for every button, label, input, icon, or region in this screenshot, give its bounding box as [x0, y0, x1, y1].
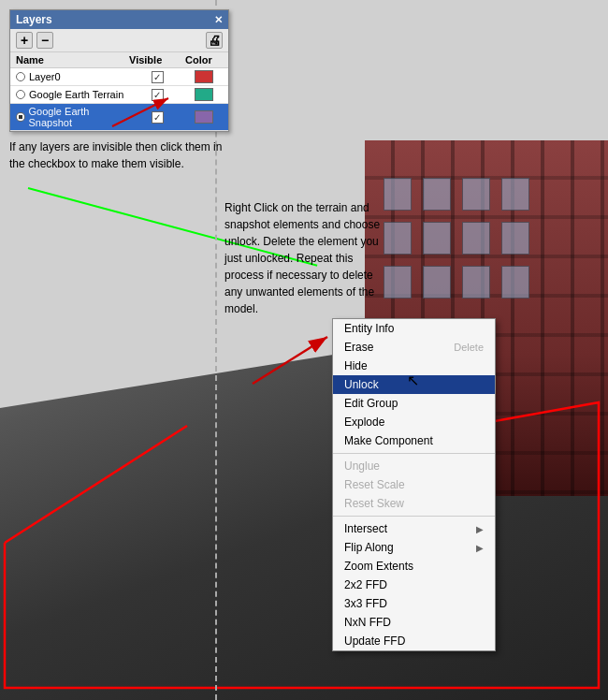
menu-label-unglue: Unglue — [344, 459, 380, 473]
layer-checkbox-snapshot[interactable] — [152, 111, 164, 124]
menu-label-2x2-ffd: 2x2 FFD — [344, 578, 387, 591]
menu-item-update-ffd[interactable]: Update FFD — [333, 632, 495, 650]
menu-label-nxn-ffd: NxN FFD — [344, 616, 391, 629]
window — [501, 266, 529, 299]
menu-label-reset-skew: Reset Skew — [344, 497, 404, 510]
window — [462, 266, 490, 299]
layer-name-terrain: Google Earth Terrain — [16, 89, 129, 100]
instruction-box-1: If any layers are invisible then click t… — [9, 139, 224, 172]
window — [423, 266, 451, 299]
menu-label-explode: Explode — [344, 416, 384, 429]
menu-item-unglue: Unglue — [333, 457, 495, 475]
column-color-header: Color — [185, 54, 223, 66]
layer-row-layer0[interactable]: Layer0 — [10, 68, 228, 86]
layer-radio-terrain[interactable] — [16, 90, 25, 99]
menu-item-2x2-ffd[interactable]: 2x2 FFD — [333, 576, 495, 594]
layers-panel: Layers ✕ + − 🖨 Name Visible Color Layer0 — [9, 9, 229, 132]
menu-item-make-component[interactable]: Make Component — [333, 431, 495, 450]
menu-item-hide[interactable]: Hide — [333, 357, 495, 375]
intersect-arrow-icon: ▶ — [476, 524, 484, 534]
layer-row-terrain[interactable]: Google Earth Terrain — [10, 86, 228, 104]
layers-toolbar: + − 🖨 — [10, 29, 228, 52]
menu-item-3x3-ffd[interactable]: 3x3 FFD — [333, 594, 495, 613]
menu-label-make-component: Make Component — [344, 434, 433, 447]
layer-visible-layer0[interactable] — [129, 71, 185, 83]
window — [462, 222, 490, 255]
layers-close-button[interactable]: ✕ — [214, 14, 223, 26]
layer-name-snapshot: Google Earth Snapshot — [16, 106, 129, 128]
print-button[interactable]: 🖨 — [206, 32, 223, 49]
menu-label-update-ffd: Update FFD — [344, 634, 405, 648]
layer-color-swatch-layer0[interactable] — [195, 70, 213, 83]
column-visible-header: Visible — [129, 54, 185, 66]
menu-label-3x3-ffd: 3x3 FFD — [344, 597, 387, 610]
menu-item-edit-group[interactable]: Edit Group — [333, 394, 495, 413]
menu-item-reset-skew: Reset Skew — [333, 494, 495, 513]
layer-color-layer0[interactable] — [185, 70, 223, 83]
instruction-box-2: Right Click on the terrain and snapshot … — [224, 199, 393, 317]
menu-item-entity-info[interactable]: Entity Info — [333, 319, 495, 338]
layer-label-layer0: Layer0 — [29, 71, 61, 82]
layer-checkbox-terrain[interactable] — [152, 89, 164, 101]
layer-color-snapshot[interactable] — [185, 110, 223, 124]
layer-label-terrain: Google Earth Terrain — [29, 89, 123, 100]
menu-label-edit-group: Edit Group — [344, 397, 398, 410]
layers-header: Name Visible Color — [10, 52, 228, 68]
instruction-text-2: Right Click on the terrain and snapshot … — [224, 201, 380, 315]
layer-color-terrain[interactable] — [185, 88, 223, 101]
layer-color-swatch-snapshot[interactable] — [195, 110, 213, 124]
menu-separator-1 — [333, 453, 495, 454]
layer-row-snapshot[interactable]: Google Earth Snapshot — [10, 104, 228, 131]
menu-item-reset-scale: Reset Scale — [333, 475, 495, 494]
menu-label-intersect: Intersect — [344, 522, 387, 535]
layer-visible-snapshot[interactable] — [129, 111, 185, 124]
window — [501, 178, 529, 211]
flip-along-arrow-icon: ▶ — [476, 543, 484, 553]
menu-item-erase[interactable]: Erase Delete — [333, 338, 495, 357]
layers-title-bar: Layers ✕ — [10, 10, 228, 29]
menu-item-explode[interactable]: Explode — [333, 413, 495, 431]
window — [423, 178, 451, 211]
context-menu: Entity Info Erase Delete Hide Unlock Edi… — [332, 318, 496, 651]
menu-shortcut-erase: Delete — [454, 342, 484, 353]
remove-layer-button[interactable]: − — [36, 32, 53, 49]
layer-radio-snapshot[interactable] — [16, 112, 25, 122]
layer-radio-layer0[interactable] — [16, 72, 25, 81]
layer-label-snapshot: Google Earth Snapshot — [29, 106, 129, 128]
menu-label-hide: Hide — [344, 359, 368, 372]
layer-color-swatch-terrain[interactable] — [195, 88, 213, 101]
layer-name-layer0: Layer0 — [16, 71, 129, 82]
menu-label-erase: Erase — [344, 341, 373, 354]
window — [462, 178, 490, 211]
window — [501, 222, 529, 255]
instruction-text-1: If any layers are invisible then click t… — [9, 140, 222, 170]
menu-item-zoom-extents[interactable]: Zoom Extents — [333, 557, 495, 576]
menu-label-unlock: Unlock — [344, 378, 379, 391]
layer-visible-terrain[interactable] — [129, 89, 185, 101]
menu-item-nxn-ffd[interactable]: NxN FFD — [333, 613, 495, 632]
menu-label-zoom-extents: Zoom Extents — [344, 560, 413, 573]
layers-title: Layers — [16, 13, 52, 26]
menu-label-entity-info: Entity Info — [344, 322, 394, 335]
layer-checkbox-layer0[interactable] — [152, 71, 164, 83]
menu-label-reset-scale: Reset Scale — [344, 478, 405, 491]
menu-item-unlock[interactable]: Unlock — [333, 375, 495, 394]
menu-item-flip-along[interactable]: Flip Along ▶ — [333, 538, 495, 557]
column-name-header: Name — [16, 54, 129, 66]
menu-label-flip-along: Flip Along — [344, 541, 394, 554]
canvas-area: Layers ✕ + − 🖨 Name Visible Color Layer0 — [0, 0, 608, 700]
add-layer-button[interactable]: + — [16, 32, 33, 49]
menu-item-intersect[interactable]: Intersect ▶ — [333, 519, 495, 538]
window — [423, 222, 451, 255]
menu-separator-2 — [333, 516, 495, 517]
